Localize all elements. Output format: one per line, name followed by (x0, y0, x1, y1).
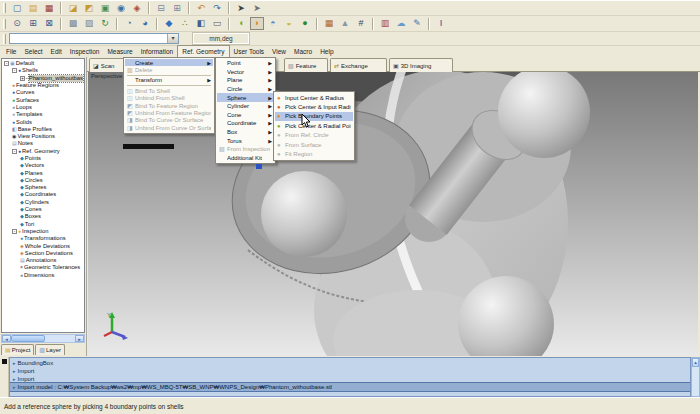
shade-flat-button[interactable]: ◗ (250, 17, 264, 30)
tree-item-planes[interactable]: ◆ Planes (2, 169, 84, 176)
cone-display-button[interactable]: ◆ (162, 17, 176, 30)
menu-item-input-center-radius[interactable]: ● Input Center & Radius (275, 93, 353, 102)
tree-expander[interactable]: + (20, 76, 25, 81)
menubar-item[interactable]: Macro (290, 46, 316, 57)
log-row[interactable]: ▸ Import model : C:₩System Backup₩ws2₩mp… (10, 383, 690, 391)
shade-wire-button[interactable]: ◓ (266, 17, 280, 30)
tab-feature[interactable]: ▧ Feature (284, 58, 328, 72)
tree-item-annotations[interactable]: ▤ Annotations (2, 257, 84, 264)
cloud-button[interactable]: ☁ (394, 17, 408, 30)
texture-toggle-button[interactable]: ▦ (322, 17, 336, 30)
tab-scan[interactable]: ◪ Scan (89, 58, 127, 72)
view-regions-button[interactable]: ▨ (82, 17, 96, 30)
panel-tab-layer[interactable]: ▥ Layer (35, 344, 65, 355)
menubar-item[interactable]: View (268, 46, 290, 57)
tree-item-curves[interactable]: ● Curves (2, 89, 84, 96)
body-toggle-button[interactable]: ▲ (338, 17, 352, 30)
menu-item-pick-center-input-radius[interactable]: ● Pick Center & Input Radius (275, 102, 353, 111)
print-button[interactable]: ⊟ (154, 2, 168, 15)
tree-item-boxes[interactable]: ◆ Boxes (2, 213, 84, 220)
tree-item-geometric-tolerances[interactable]: × Geometric Tolerances (2, 264, 84, 271)
tree-horizontal-scrollbar[interactable]: ◂ ▸ (1, 334, 85, 343)
menu-item-circle[interactable]: Circle ▶ (217, 85, 274, 94)
tree-item-templates[interactable]: ● Templates (2, 111, 84, 118)
toolbar-grip[interactable] (3, 3, 6, 13)
menu-item-vector[interactable]: Vector ▶ (217, 68, 274, 77)
tree-item-transformations[interactable]: ● Transformations (2, 235, 84, 242)
scroll-left-icon[interactable]: ◂ (2, 335, 11, 342)
tree-expander[interactable]: - (12, 68, 17, 73)
tree-expander[interactable]: - (4, 61, 9, 66)
scrollbar-thumb[interactable] (11, 335, 45, 342)
pointcloud-display-button[interactable]: ∴ (178, 17, 192, 30)
capture-screen-button[interactable]: ◉ (114, 2, 128, 15)
menu-item-additional-kit[interactable]: Additional Kit (217, 154, 274, 163)
toolbar-grip[interactable] (3, 19, 6, 29)
snapshot-button[interactable]: ◈ (130, 2, 144, 15)
ibeam-button[interactable]: I (434, 17, 448, 30)
save-file-button[interactable]: ▦ (42, 2, 56, 15)
scroll-up-icon[interactable]: ▴ (692, 358, 699, 367)
toolbar-grip[interactable] (3, 34, 6, 44)
tree-item-vectors[interactable]: ◆ Vectors (2, 162, 84, 169)
tree-item-notes[interactable]: ▤ Notes (2, 140, 84, 147)
menu-item-coordinate[interactable]: Coordinate ▶ (217, 119, 274, 128)
open-file-button[interactable]: ▤ (26, 2, 40, 15)
tree-item-shells[interactable]: - ● Shells (2, 67, 84, 74)
menu-item-create[interactable]: Create ▶ (125, 59, 213, 66)
cube-display-button[interactable]: ◧ (194, 17, 208, 30)
print-preview-button[interactable]: ⊞ (170, 2, 184, 15)
tree-item-surfaces[interactable]: ● Surfaces (2, 96, 84, 103)
tree-item-circles[interactable]: ◆ Circles (2, 177, 84, 184)
menubar-item[interactable]: Measure (103, 46, 136, 57)
new-file-button[interactable]: ▢ (10, 2, 24, 15)
log-row[interactable]: ▸ Import (10, 375, 690, 383)
tree-item-cylinders[interactable]: ◆ Cylinders (2, 199, 84, 206)
select-button[interactable]: ➤ (250, 2, 264, 15)
undo-button[interactable]: ↶ (194, 2, 208, 15)
menubar-item[interactable]: Inspection (66, 46, 104, 57)
tree-item-cones[interactable]: ◆ Cones (2, 206, 84, 213)
window-display-button[interactable]: ▭ (210, 17, 224, 30)
tree-expander[interactable]: - (12, 149, 17, 154)
menubar-item[interactable]: Select (20, 46, 46, 57)
tree-item-points[interactable]: ◆ Points (2, 155, 84, 162)
menu-item-torus[interactable]: Torus ▶ (217, 136, 274, 145)
menubar-item[interactable]: Edit (47, 46, 66, 57)
pan-view-button[interactable]: ◕ (138, 17, 152, 30)
tree-item-inspection[interactable]: - ● Inspection (2, 228, 84, 235)
tree-item-view-positions[interactable]: ◉ View Positions (2, 133, 84, 140)
paint-button[interactable]: ✎ (410, 17, 424, 30)
tree-item-section-deviations[interactable]: ◈ Section Deviations (2, 250, 84, 257)
tree-item-dimensions[interactable]: ● Dimensions (2, 272, 84, 279)
tree-item-phantom[interactable]: + ▪ Phantom_withoutbas (2, 75, 84, 82)
menubar-item[interactable]: User Tools (230, 46, 269, 57)
tree-item-loops[interactable]: ● Loops (2, 104, 84, 111)
menu-item-box[interactable]: Box ▶ (217, 128, 274, 137)
chevron-down-icon[interactable]: ▾ (167, 34, 178, 43)
menubar-item[interactable]: Help (316, 46, 337, 57)
menu-item-pick-center-radial-point[interactable]: ● Pick Center & Radial Point (275, 121, 353, 130)
tree-item-solids[interactable]: ● Solids (2, 118, 84, 125)
panel-grip-handle[interactable] (2, 359, 7, 364)
export-button[interactable]: ◩ (82, 2, 96, 15)
menu-item-point[interactable]: Point ▶ (217, 59, 274, 68)
tree-item-whole-deviations[interactable]: ◈ Whole Deviations (2, 242, 84, 249)
panel-tab-project[interactable]: ▤ Project (1, 344, 34, 355)
menu-item-plane[interactable]: Plane ▶ (217, 76, 274, 85)
zoom-fit-button[interactable]: ⊠ (42, 17, 56, 30)
import-button[interactable]: ◪ (66, 2, 80, 15)
redo-button[interactable]: ↷ (210, 2, 224, 15)
colormap-button[interactable]: ▥ (378, 17, 392, 30)
mesh-toggle-button[interactable]: # (354, 17, 368, 30)
tree-item-coordinates[interactable]: ◆ Coordinates (2, 191, 84, 198)
tree-item-ref-geometry[interactable]: - ● Ref. Geometry (2, 148, 84, 155)
panel-grip[interactable] (0, 357, 9, 397)
measurement-input[interactable] (10, 34, 167, 43)
tree-item-spheres[interactable]: ◆ Spheres (2, 184, 84, 191)
zoom-window-button[interactable]: ⊞ (26, 17, 40, 30)
shade-smooth-button[interactable]: ◖ (234, 17, 248, 30)
tab-3d-imaging[interactable]: ▣ 3D Imaging (389, 58, 453, 72)
menu-item-cone[interactable]: Cone ▶ (217, 111, 274, 120)
view-shells-button[interactable]: ▩ (66, 17, 80, 30)
